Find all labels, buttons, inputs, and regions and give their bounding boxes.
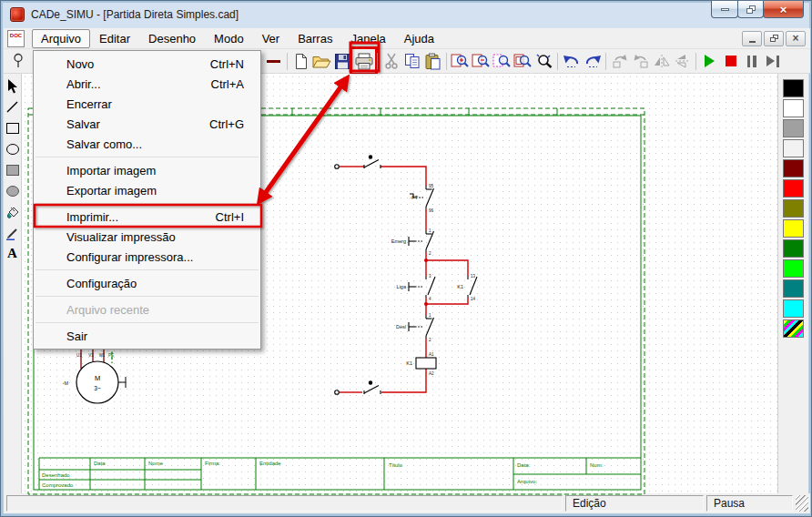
zoom-area-button[interactable]: [492, 50, 513, 72]
menu-desenho[interactable]: Desenho: [139, 29, 205, 48]
ellipse-tool[interactable]: [5, 141, 20, 157]
rotate-left-button[interactable]: [609, 50, 630, 72]
menu-item-abrir[interactable]: Abrir...Ctrl+A: [34, 74, 260, 94]
menu-item-configurar-impressora[interactable]: Configurar impressora...: [34, 247, 260, 267]
menu-item-salvar[interactable]: SalvarCtrl+G: [34, 114, 260, 134]
filled-ellipse-tool[interactable]: [5, 183, 20, 198]
cut-button[interactable]: [381, 50, 401, 72]
filled-rectangle-tool[interactable]: [5, 162, 20, 177]
menu-ver[interactable]: Ver: [253, 29, 289, 48]
menu-item-shortcut: Ctrl+A: [186, 77, 244, 91]
rectangle-icon: [5, 122, 20, 135]
undo-button[interactable]: [561, 50, 582, 72]
eyedropper-tool[interactable]: [5, 225, 20, 240]
menu-item-label: Importar imagem: [66, 164, 156, 177]
menu-item-configuracao[interactable]: Configuração: [34, 273, 260, 293]
zoom-area-icon: [492, 53, 512, 69]
menu-item-label: Arquivo recente: [66, 303, 149, 317]
maximize-button[interactable]: [737, 1, 764, 18]
child-minimize-button[interactable]: [742, 31, 762, 46]
menu-item-label: Imprimir...: [66, 210, 118, 224]
color-swatch-cyan[interactable]: [783, 299, 804, 318]
color-swatch-teal[interactable]: [783, 279, 804, 298]
line-tool[interactable]: [5, 99, 20, 115]
color-swatch-white[interactable]: [783, 99, 804, 117]
probe-icon: [11, 53, 25, 69]
menu-item-novo[interactable]: NovoCtrl+N: [34, 54, 260, 74]
open-file-button[interactable]: [311, 50, 332, 72]
print-button[interactable]: [353, 50, 374, 72]
menu-editar[interactable]: Editar: [90, 29, 139, 48]
menu-barras[interactable]: Barras: [289, 29, 341, 48]
close-button[interactable]: ×: [763, 1, 804, 18]
zoom-out-button[interactable]: [471, 50, 492, 72]
save-file-button[interactable]: [332, 50, 353, 72]
zoom-find-button[interactable]: [533, 50, 554, 72]
simulate-play-button[interactable]: [699, 50, 720, 72]
menu-arquivo[interactable]: Arquivo: [32, 29, 90, 48]
menu-ajuda[interactable]: Ajuda: [395, 29, 443, 48]
menu-separator: [36, 322, 259, 323]
color-swatch-yellow[interactable]: [783, 219, 804, 238]
color-swatch-multicolor[interactable]: [783, 319, 804, 338]
select-arrow-tool[interactable]: [5, 78, 20, 94]
color-swatch-darkgreen[interactable]: [783, 239, 804, 258]
new-file-button[interactable]: [290, 50, 311, 72]
color-swatch-none[interactable]: [783, 139, 804, 157]
redo-button[interactable]: [582, 50, 603, 72]
paste-button[interactable]: [422, 50, 443, 72]
fill-bucket-tool[interactable]: [5, 204, 20, 219]
color-swatch-olive[interactable]: [783, 199, 804, 218]
color-swatch-black[interactable]: [783, 79, 804, 97]
save-floppy-icon: [335, 54, 350, 69]
flip-horizontal-icon: [653, 54, 671, 68]
minimize-button[interactable]: [711, 1, 738, 18]
pause-icon: [747, 56, 756, 67]
rectangle-tool[interactable]: [5, 120, 20, 136]
wire-tool-button[interactable]: [263, 50, 284, 72]
menu-janela[interactable]: Janela: [341, 29, 394, 48]
child-restore-button[interactable]: [764, 31, 784, 46]
status-mode-panel: Edição: [565, 495, 704, 512]
flip-vertical-button[interactable]: [672, 50, 693, 72]
toolbar-separator: [605, 53, 606, 70]
simulate-step-button[interactable]: [762, 50, 783, 72]
simulate-stop-button[interactable]: [720, 50, 741, 72]
menu-item-shortcut: Ctrl+G: [184, 117, 244, 131]
toolbar-separator: [377, 53, 378, 70]
flip-horizontal-button[interactable]: [651, 50, 672, 72]
menu-item-imprimir[interactable]: Imprimir...Ctrl+I: [34, 207, 260, 227]
resize-grip[interactable]: [796, 495, 808, 512]
copy-icon: [404, 53, 421, 69]
menu-separator: [36, 203, 259, 204]
menu-item-encerrar[interactable]: Encerrar: [34, 94, 260, 114]
simulate-pause-button[interactable]: [741, 50, 762, 72]
color-swatch-red[interactable]: [783, 179, 804, 198]
child-minimize-icon: [749, 41, 756, 43]
menu-item-arquivo-recente: Arquivo recente: [34, 299, 260, 319]
color-swatch-darkred[interactable]: [783, 159, 804, 177]
rotate-right-button[interactable]: [630, 50, 651, 72]
line-icon: [5, 100, 19, 114]
app-icon: [10, 7, 25, 22]
zoom-in-button[interactable]: [450, 50, 471, 72]
menu-item-visualizar-impressao[interactable]: Visualizar impressão: [34, 227, 260, 247]
document-icon[interactable]: DOC: [7, 30, 25, 47]
text-tool[interactable]: A: [5, 246, 20, 261]
menu-item-importar-imagem[interactable]: Importar imagem: [34, 160, 260, 180]
menu-item-exportar-imagem[interactable]: Exportar imagem: [34, 180, 260, 200]
toolbar-separator: [557, 53, 558, 70]
status-message-panel: [6, 495, 563, 512]
child-close-button[interactable]: ×: [786, 31, 806, 46]
minimize-icon: [721, 8, 729, 11]
stop-icon: [726, 56, 736, 66]
menu-item-label: Abrir...: [66, 77, 101, 91]
color-swatch-gray[interactable]: [783, 119, 804, 137]
menu-item-sair[interactable]: Sair: [34, 326, 260, 346]
zoom-page-button[interactable]: [513, 50, 533, 72]
menu-item-salvar-como[interactable]: Salvar como...: [34, 134, 260, 154]
copy-button[interactable]: [401, 50, 422, 72]
probe-tool-button[interactable]: [7, 50, 28, 72]
color-swatch-green[interactable]: [783, 259, 804, 278]
menu-modo[interactable]: Modo: [205, 29, 253, 48]
